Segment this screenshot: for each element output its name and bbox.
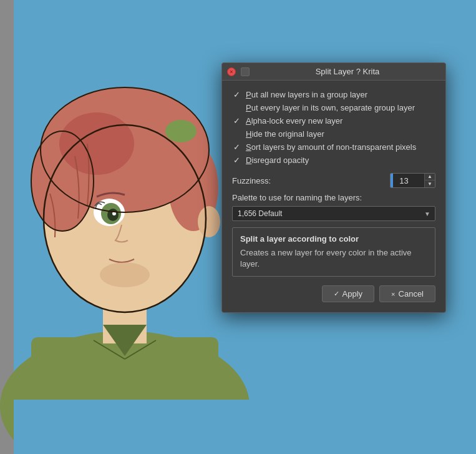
checkmark-put-every [232, 103, 241, 112]
fuzziness-label: Fuzziness: [232, 176, 271, 185]
checkbox-row-hide-original[interactable]: Hide the original layer [232, 127, 435, 141]
info-title: Split a layer according to color [240, 234, 427, 244]
checkbox-label-put-every: Put every layer in its own, separate gro… [246, 103, 435, 112]
apply-button-label: Apply [342, 289, 363, 299]
fuzziness-row: Fuzziness: ▲ ▼ [232, 173, 435, 188]
checkbox-row-put-all[interactable]: ✓ Put all new layers in a group layer [232, 88, 435, 101]
dialog-content: ✓ Put all new layers in a group layer Pu… [222, 81, 445, 312]
checkmark-hide-original [232, 129, 241, 139]
checkmark-alpha-lock: ✓ [232, 116, 241, 126]
checkbox-label-sort-layers: Sort layers by amount of non-transparent… [246, 142, 435, 152]
svg-point-10 [165, 120, 197, 142]
checkbox-row-alpha-lock[interactable]: ✓ Alpha-lock every new layer [232, 114, 435, 127]
dialog-titlebar: × Split Layer ? Krita [222, 63, 445, 81]
svg-rect-22 [14, 400, 476, 454]
fuzziness-decrement-button[interactable]: ▼ [425, 180, 435, 187]
checkbox-label-hide-original: Hide the original layer [246, 129, 435, 139]
checkbox-row-disregard-opacity[interactable]: ✓ Disregard opacity [232, 154, 435, 167]
cancel-button-label: Cancel [399, 289, 424, 299]
svg-point-15 [100, 262, 150, 287]
cancel-button[interactable]: × Cancel [379, 285, 435, 302]
fuzziness-increment-button[interactable]: ▲ [425, 174, 435, 180]
info-description: Creates a new layer for every color in t… [240, 247, 427, 270]
cancel-x-icon: × [391, 290, 395, 298]
palette-label: Palette to use for naming the layers: [232, 193, 435, 202]
palette-select[interactable]: 1,656 Default [232, 206, 435, 221]
dialog-title: Split Layer ? Krita [255, 67, 440, 76]
checkbox-row-sort-layers[interactable]: ✓ Sort layers by amount of non-transpare… [232, 141, 435, 154]
checkmark-sort-layers: ✓ [232, 142, 241, 152]
minimize-button[interactable] [241, 67, 250, 76]
close-button[interactable]: × [227, 67, 236, 76]
checkbox-label-disregard-opacity: Disregard opacity [246, 155, 435, 165]
fuzziness-input-wrapper: ▲ ▼ [390, 173, 435, 188]
checkbox-label-put-all: Put all new layers in a group layer [246, 90, 435, 99]
checkmark-disregard-opacity: ✓ [232, 155, 241, 165]
button-row: ✓ Apply × Cancel [232, 285, 435, 305]
checkbox-label-alpha-lock: Alpha-lock every new layer [246, 116, 435, 126]
palette-select-wrapper: 1,656 Default ▼ [232, 206, 435, 221]
split-layer-dialog: × Split Layer ? Krita ✓ Put all new laye… [221, 62, 446, 313]
apply-button[interactable]: ✓ Apply [322, 285, 375, 302]
info-box: Split a layer according to color Creates… [232, 227, 435, 277]
svg-point-9 [59, 112, 134, 175]
apply-checkmark-icon: ✓ [334, 290, 339, 298]
fuzziness-spinner: ▲ ▼ [424, 174, 435, 187]
svg-point-16 [198, 206, 220, 237]
checkmark-put-all: ✓ [232, 90, 241, 99]
checkbox-row-put-every[interactable]: Put every layer in its own, separate gro… [232, 101, 435, 114]
fuzziness-input[interactable] [393, 175, 424, 187]
